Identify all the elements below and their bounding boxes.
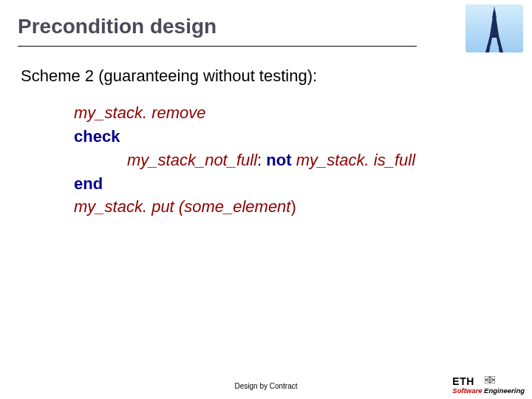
slide-body: Scheme 2 (guaranteeing without testing):… — [0, 47, 532, 219]
code-ident: my_stack — [74, 103, 143, 122]
keyword-not: not — [266, 151, 296, 169]
keyword-end: end — [74, 174, 103, 193]
colon: : — [257, 151, 266, 169]
software-text: Software — [452, 386, 484, 395]
code-line-2: check — [74, 125, 511, 149]
code-block: my_stack. remove check my_stack_not_full… — [21, 101, 511, 219]
code-ident: my_stack — [74, 197, 143, 216]
footer-right: ETH Software Engineering — [452, 375, 525, 395]
svg-point-1 — [490, 44, 499, 50]
intro-text: Scheme 2 (guaranteeing without testing): — [21, 64, 511, 88]
code-line-5: my_stack. put (some_element) — [74, 195, 511, 219]
eth-text: ETH — [452, 375, 474, 387]
eiffel-tower-logo — [466, 4, 523, 52]
diamond-icon — [485, 373, 495, 381]
code-text: . remove — [143, 103, 206, 122]
code-line-1: my_stack. remove — [74, 101, 511, 125]
code-line-4: end — [74, 172, 511, 196]
keyword-check: check — [74, 127, 120, 146]
code-line-3: my_stack_not_full: not my_stack. is_full — [74, 149, 511, 172]
slide-header: Precondition design — [0, 0, 532, 38]
cond-obj: my_stack — [296, 151, 365, 169]
slide-title: Precondition design — [18, 15, 532, 38]
code-text: . put ( — [143, 197, 184, 216]
code-close: ) — [290, 197, 296, 216]
cond-label: my_stack_not_full — [127, 151, 257, 169]
software-engineering-label: Software Engineering — [452, 386, 525, 395]
code-arg: some_element — [184, 197, 290, 216]
cond-rest: . is_full — [365, 151, 415, 169]
engineering-text: Engineering — [484, 386, 525, 395]
